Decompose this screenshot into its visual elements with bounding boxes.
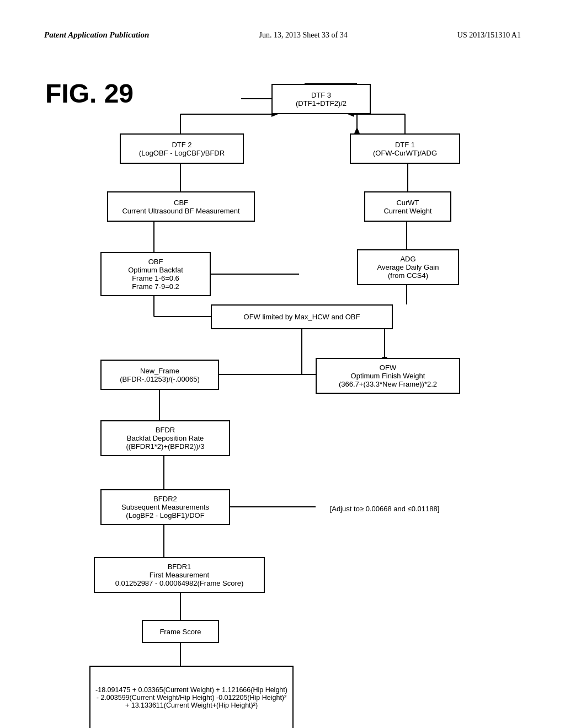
box-new-frame: New_Frame(BFDR-.01253)/(-.00065) <box>100 360 219 390</box>
header-date-sheet: Jun. 13, 2013 Sheet 33 of 34 <box>259 31 347 40</box>
header-publication: Patent Application Publication <box>44 30 149 40</box>
box-ofw-limited: OFW limited by Max_HCW and OBF <box>211 304 393 329</box>
header: Patent Application Publication Jun. 13, … <box>0 0 565 51</box>
box-cbf: CBFCurrent Ultrasound BF Measurement <box>107 191 255 222</box>
header-patent-number: US 2013/151310 A1 <box>457 31 521 40</box>
box-formula: -18.091475 + 0.03365(Current Weight) + 1… <box>89 666 294 728</box>
svg-marker-5 <box>354 127 360 133</box>
box-bfdr: BFDRBackfat Deposition Rate((BFDR1*2)+(B… <box>100 420 230 456</box>
page: Patent Application Publication Jun. 13, … <box>0 0 565 728</box>
box-dtf2: DTF 2(LogOBF - LogCBF)/BFDR <box>120 133 244 164</box>
box-frame-score: Frame Score <box>142 620 219 643</box>
box-ofw: OFWOptimum Finish Weight(366.7+(33.3*New… <box>316 358 460 394</box>
box-bfdr1: BFDR1First Measurement0.01252987 - 0.000… <box>94 557 265 593</box>
box-curwt: CurWTCurrent Weight <box>364 191 451 222</box>
box-adg: ADGAverage Daily Gain(from CCS4) <box>357 249 459 285</box>
box-bfdr2: BFDR2Subsequent Measurements(LogBF2 - Lo… <box>100 489 230 525</box>
box-dtf1: DTF 1(OFW-CurWT)/ADG <box>350 133 460 164</box>
content: FIG. 29 <box>0 51 565 728</box>
box-dtf3: DTF 3(DTF1+DTF2)/2 <box>271 84 371 114</box>
adjust-note: [Adjust to≥ 0.00668 and ≤0.01188] <box>316 494 454 524</box>
box-obf: OBFOptimum BackfatFrame 1-6=0.6Frame 7-9… <box>100 252 211 296</box>
